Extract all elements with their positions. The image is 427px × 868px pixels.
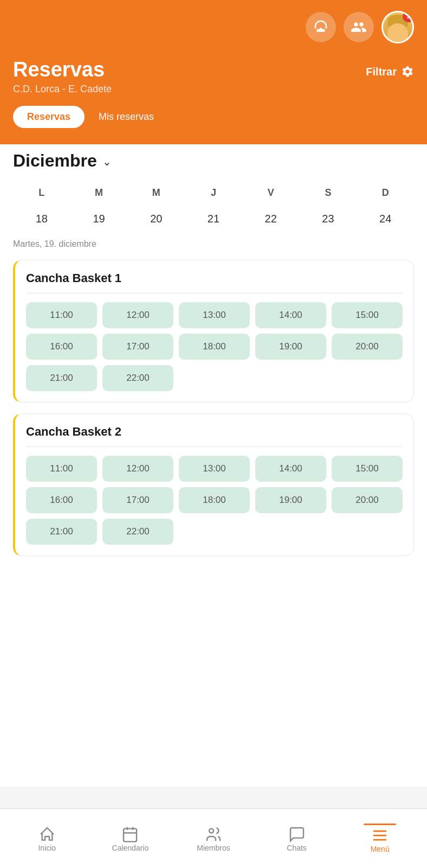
month-label: Diciembre [13,151,97,171]
chat-icon [288,825,306,844]
nav-menu[interactable]: Menú [338,824,422,853]
nav-inicio-label: Inicio [38,844,56,852]
notification-badge: 5 [403,11,414,22]
time-slot-1700[interactable]: 17:00 [102,334,173,360]
time-slot-1600[interactable]: 16:00 [26,334,97,360]
svg-point-4 [209,828,214,833]
time-slot-c2-1700[interactable]: 17:00 [102,487,173,513]
date-22[interactable]: 22 [242,207,300,231]
day-header-l: L [13,184,70,202]
date-24[interactable]: 24 [357,207,414,231]
court-divider-1 [26,293,403,293]
calendar-dates: 18 19 20 21 22 23 24 [13,207,414,231]
day-header-d: D [357,184,414,202]
date-18[interactable]: 18 [13,207,70,231]
bottom-nav: Inicio Calendario Miembros [0,808,427,868]
date-21[interactable]: 21 [185,207,242,231]
home-icon [38,825,56,844]
nav-calendario[interactable]: Calendario [89,825,172,852]
court-name-1: Cancha Basket 1 [26,271,403,285]
nav-active-indicator [364,824,396,825]
day-header-v: V [242,184,300,202]
menu-icon [371,826,389,845]
svg-rect-0 [124,828,137,841]
header-icons: 5 [13,11,414,43]
tab-reservas[interactable]: Reservas [13,106,85,128]
time-slot-2000[interactable]: 20:00 [332,334,403,360]
time-slot-c2-2200[interactable]: 22:00 [102,519,173,545]
nav-menu-label: Menú [371,845,390,853]
day-header-j: J [185,184,242,202]
nav-chats-label: Chats [287,844,307,852]
day-header-s: S [300,184,357,202]
nav-miembros-label: Miembros [197,844,230,852]
time-slot-1500[interactable]: 15:00 [332,302,403,328]
time-slot-c2-1100[interactable]: 11:00 [26,456,97,482]
selected-date-label: Martes, 19. diciembre [13,239,414,249]
tabs: Reservas Mis reservas [13,106,414,128]
time-slot-2200[interactable]: 22:00 [102,365,173,391]
calendar-day-headers: L M M J V S D [13,184,414,202]
month-selector[interactable]: Diciembre ⌄ [13,151,414,171]
avatar[interactable]: 5 [381,11,414,43]
nav-miembros[interactable]: Miembros [172,825,255,852]
time-slot-c2-2000[interactable]: 20:00 [332,487,403,513]
date-23[interactable]: 23 [300,207,357,231]
time-slot-c2-1900[interactable]: 19:00 [255,487,326,513]
header: 5 Reservas C.D. Lorca - E. Cadete Filtra… [0,0,427,144]
time-slot-c2-1800[interactable]: 18:00 [179,487,250,513]
main-content: Diciembre ⌄ L M M J V S D 18 19 20 21 22… [0,136,427,787]
date-20[interactable]: 20 [127,207,185,231]
time-slot-1800[interactable]: 18:00 [179,334,250,360]
time-slot-c2-2100[interactable]: 21:00 [26,519,97,545]
page-subtitle: C.D. Lorca - E. Cadete [13,84,414,95]
time-slot-1300[interactable]: 13:00 [179,302,250,328]
time-slot-1200[interactable]: 12:00 [102,302,173,328]
day-header-m1: M [70,184,128,202]
date-19[interactable]: 19 [70,207,128,231]
page-title: Reservas [13,59,414,81]
time-slot-1100[interactable]: 11:00 [26,302,97,328]
members-icon [204,825,223,844]
court-card-2: Cancha Basket 2 11:00 12:00 13:00 14:00 … [13,413,414,556]
time-slot-1900[interactable]: 19:00 [255,334,326,360]
filter-button[interactable]: Filtrar [366,65,414,78]
time-slot-c2-1500[interactable]: 15:00 [332,456,403,482]
group-icon-button[interactable] [344,12,374,42]
nav-chats[interactable]: Chats [255,825,339,852]
court-name-2: Cancha Basket 2 [26,425,403,439]
time-slot-c2-1400[interactable]: 14:00 [255,456,326,482]
court-card-1: Cancha Basket 1 11:00 12:00 13:00 14:00 … [13,260,414,403]
chevron-down-icon: ⌄ [102,155,112,168]
helmet-icon-button[interactable] [306,12,336,42]
nav-calendario-label: Calendario [112,844,149,852]
time-slot-1400[interactable]: 14:00 [255,302,326,328]
time-slot-c2-1600[interactable]: 16:00 [26,487,97,513]
time-slots-2: 11:00 12:00 13:00 14:00 15:00 16:00 17:0… [26,456,403,545]
day-header-m2: M [127,184,185,202]
calendar-icon [121,825,139,844]
court-divider-2 [26,446,403,447]
time-slot-c2-1200[interactable]: 12:00 [102,456,173,482]
tab-mis-reservas[interactable]: Mis reservas [85,106,168,128]
time-slots-1: 11:00 12:00 13:00 14:00 15:00 16:00 17:0… [26,302,403,391]
time-slot-2100[interactable]: 21:00 [26,365,97,391]
nav-inicio[interactable]: Inicio [5,825,89,852]
time-slot-c2-1300[interactable]: 13:00 [179,456,250,482]
